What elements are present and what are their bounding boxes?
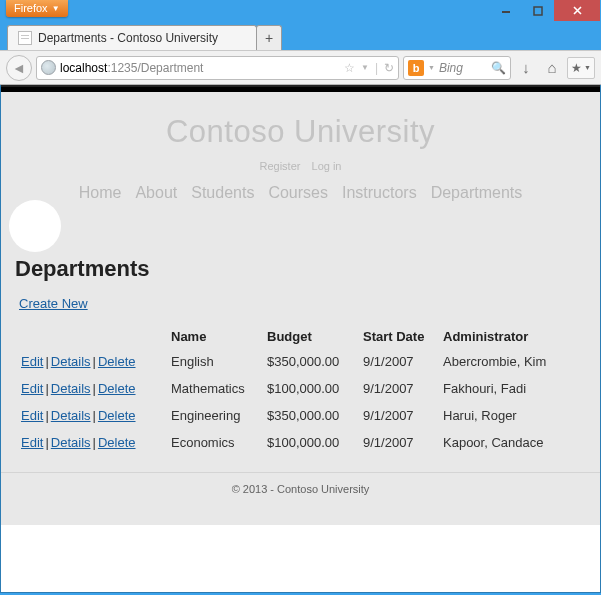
nav-students[interactable]: Students xyxy=(191,184,254,202)
bing-icon: b xyxy=(408,60,424,76)
details-link[interactable]: Details xyxy=(51,435,91,450)
chevron-down-icon[interactable]: ▼ xyxy=(428,64,435,71)
home-button[interactable]: ⌂ xyxy=(541,57,563,79)
col-admin: Administrator xyxy=(437,325,586,348)
cell-name: Mathematics xyxy=(165,375,261,402)
search-icon[interactable]: 🔍 xyxy=(491,61,506,75)
cell-admin: Kapoor, Candace xyxy=(437,429,586,456)
create-new-link[interactable]: Create New xyxy=(19,296,88,311)
nav-home[interactable]: Home xyxy=(79,184,122,202)
chevron-down-icon: ▼ xyxy=(52,4,60,13)
row-actions: Edit|Details|Delete xyxy=(15,375,165,402)
firefox-menu-label: Firefox xyxy=(14,2,48,14)
table-row: Edit|Details|DeleteMathematics$100,000.0… xyxy=(15,375,586,402)
reload-icon[interactable]: ↻ xyxy=(384,61,394,75)
col-name: Name xyxy=(165,325,261,348)
url-bar[interactable]: localhost:1235/Department ☆ ▼ | ↻ xyxy=(36,56,399,80)
cell-name: Engineering xyxy=(165,402,261,429)
edit-link[interactable]: Edit xyxy=(21,381,43,396)
delete-link[interactable]: Delete xyxy=(98,381,136,396)
maximize-icon xyxy=(533,6,543,16)
table-row: Edit|Details|DeleteEconomics$100,000.009… xyxy=(15,429,586,456)
cell-budget: $100,000.00 xyxy=(261,429,357,456)
delete-link[interactable]: Delete xyxy=(98,408,136,423)
window-controls xyxy=(490,0,600,21)
firefox-menu-button[interactable]: Firefox ▼ xyxy=(6,0,68,17)
nav-courses[interactable]: Courses xyxy=(268,184,328,202)
edit-link[interactable]: Edit xyxy=(21,354,43,369)
downloads-button[interactable]: ↓ xyxy=(515,57,537,79)
nav-about[interactable]: About xyxy=(135,184,177,202)
col-budget: Budget xyxy=(261,325,357,348)
back-arrow-icon: ◄ xyxy=(12,60,26,76)
tab-strip: Departments - Contoso University + xyxy=(0,22,601,50)
content: Departments Create New Name Budget Start… xyxy=(1,256,600,456)
star-icon: ★ xyxy=(571,61,582,75)
close-button[interactable] xyxy=(554,0,600,21)
row-actions: Edit|Details|Delete xyxy=(15,348,165,375)
cell-start: 9/1/2007 xyxy=(357,429,437,456)
edit-link[interactable]: Edit xyxy=(21,408,43,423)
globe-icon xyxy=(41,60,56,75)
maximize-button[interactable] xyxy=(522,0,554,21)
cell-admin: Abercrombie, Kim xyxy=(437,348,586,375)
nav-toolbar: ◄ localhost:1235/Department ☆ ▼ | ↻ b ▼ … xyxy=(0,50,601,85)
url-bar-endcap: ☆ ▼ | ↻ xyxy=(344,61,394,75)
page-heading: Departments xyxy=(15,256,586,282)
new-tab-button[interactable]: + xyxy=(256,25,282,50)
delete-link[interactable]: Delete xyxy=(98,354,136,369)
bookmarks-menu-button[interactable]: ★▼ xyxy=(567,57,595,79)
tab-departments[interactable]: Departments - Contoso University xyxy=(7,25,257,50)
cell-start: 9/1/2007 xyxy=(357,402,437,429)
login-link[interactable]: Log in xyxy=(312,160,342,172)
details-link[interactable]: Details xyxy=(51,408,91,423)
page-icon xyxy=(18,31,32,45)
chevron-down-icon: ▼ xyxy=(584,64,591,71)
cell-start: 9/1/2007 xyxy=(357,375,437,402)
site-title[interactable]: Contoso University xyxy=(1,114,600,150)
nav-instructors[interactable]: Instructors xyxy=(342,184,417,202)
minimize-button[interactable] xyxy=(490,0,522,21)
main-nav: Home About Students Courses Instructors … xyxy=(1,184,600,202)
register-link[interactable]: Register xyxy=(259,160,300,172)
search-box[interactable]: b ▼ Bing 🔍 xyxy=(403,56,511,80)
footer: © 2013 - Contoso University xyxy=(1,472,600,505)
svg-rect-1 xyxy=(534,7,542,15)
table-row: Edit|Details|DeleteEnglish$350,000.009/1… xyxy=(15,348,586,375)
url-text: localhost:1235/Department xyxy=(60,61,203,75)
search-placeholder: Bing xyxy=(439,61,463,75)
plus-icon: + xyxy=(265,30,273,46)
row-actions: Edit|Details|Delete xyxy=(15,402,165,429)
tab-title: Departments - Contoso University xyxy=(38,31,218,45)
departments-table: Name Budget Start Date Administrator Edi… xyxy=(15,325,586,456)
minimize-icon xyxy=(501,6,511,16)
site-header: Contoso University Register Log in Home … xyxy=(1,92,600,208)
bookmark-star-icon[interactable]: ☆ xyxy=(344,61,355,75)
edit-link[interactable]: Edit xyxy=(21,435,43,450)
nav-departments[interactable]: Departments xyxy=(431,184,523,202)
close-icon xyxy=(572,5,583,16)
download-icon: ↓ xyxy=(522,59,530,76)
details-link[interactable]: Details xyxy=(51,381,91,396)
back-button[interactable]: ◄ xyxy=(6,55,32,81)
auth-links: Register Log in xyxy=(1,160,600,172)
decorative-circle xyxy=(9,200,61,252)
table-row: Edit|Details|DeleteEngineering$350,000.0… xyxy=(15,402,586,429)
cell-name: English xyxy=(165,348,261,375)
table-header-row: Name Budget Start Date Administrator xyxy=(15,325,586,348)
cell-admin: Harui, Roger xyxy=(437,402,586,429)
cell-start: 9/1/2007 xyxy=(357,348,437,375)
cell-budget: $350,000.00 xyxy=(261,348,357,375)
chevron-down-icon[interactable]: ▼ xyxy=(361,63,369,72)
delete-link[interactable]: Delete xyxy=(98,435,136,450)
page-top-bar xyxy=(1,85,600,92)
titlebar: Firefox ▼ xyxy=(0,0,601,22)
cell-admin: Fakhouri, Fadi xyxy=(437,375,586,402)
home-icon: ⌂ xyxy=(547,59,556,76)
viewport: Contoso University Register Log in Home … xyxy=(0,85,601,593)
cell-name: Economics xyxy=(165,429,261,456)
cell-budget: $100,000.00 xyxy=(261,375,357,402)
details-link[interactable]: Details xyxy=(51,354,91,369)
page-body: Contoso University Register Log in Home … xyxy=(1,92,600,525)
browser-window: Firefox ▼ Departments - Contoso Universi… xyxy=(0,0,601,595)
